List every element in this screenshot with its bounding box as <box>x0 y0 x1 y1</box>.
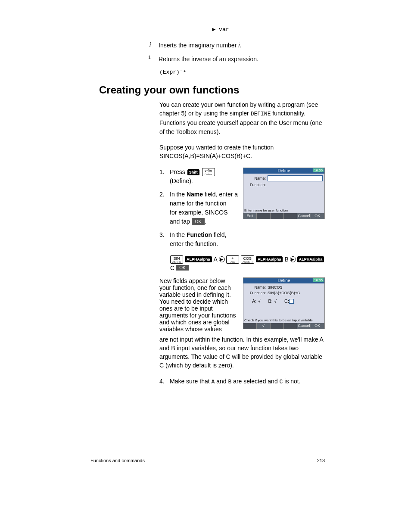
calc1-func-label: Function: <box>245 183 268 187</box>
alpha-key-icon: ALPHAalpha <box>185 256 212 262</box>
step3-a: In the <box>170 231 187 238</box>
calc1-title: Define <box>278 168 290 173</box>
calc2-header: Define 16:05 <box>243 278 324 283</box>
paragraph-1: You can create your own function by writ… <box>159 100 325 136</box>
step4-a: Make sure that <box>170 378 212 385</box>
step4-c: are selected and <box>231 378 279 385</box>
step-1: Press Shift xtθnDefine (Define). <box>159 168 238 186</box>
calc2-time: 16:05 <box>313 278 324 282</box>
step1-a: Press <box>170 168 187 175</box>
calc1-empty-btn <box>271 213 284 219</box>
new-fields-text: New fields appear below your function, o… <box>159 277 237 333</box>
i-text: Inserts the imaginary number i. <box>159 41 325 50</box>
right-arrow-icon: ▶ <box>219 256 225 262</box>
checkbox-empty-icon <box>289 299 294 304</box>
calc2-var-C: C: <box>284 299 294 304</box>
i-row: i Inserts the imaginary number i. <box>90 41 325 50</box>
calc1-cancel-btn: Cancel <box>297 213 311 219</box>
calc2-empty-btn <box>243 323 257 329</box>
section-heading: Creating your own functions <box>99 84 325 96</box>
calc1-empty-btn <box>284 213 297 219</box>
step4-d: is not. <box>283 378 300 385</box>
plus-key-icon: +Ans <box>226 255 239 264</box>
step3-b: Function <box>187 231 212 238</box>
xtthetan-key-icon: xtθnDefine <box>202 168 215 176</box>
paragraph-2: Suppose you wanted to create the functio… <box>159 143 325 161</box>
step-3: In the Function field, enter the functio… <box>159 230 238 249</box>
calc1-footer: Edit Cancel OK <box>243 213 324 219</box>
calc1-name-input <box>268 175 323 181</box>
char-A: A <box>214 256 218 263</box>
calc2-empty-btn <box>284 323 297 329</box>
calc2-func-label: Function: <box>245 291 268 295</box>
calc2-var-B: B: √ <box>268 299 277 304</box>
calc2-check-btn: √ <box>257 323 270 329</box>
calc2-name-label: Name: <box>245 285 268 289</box>
calc2-cancel-btn: Cancel <box>297 323 311 329</box>
char-B: B <box>284 256 288 263</box>
inverse-label: -1 <box>90 55 159 64</box>
calc2-empty-btn <box>271 323 284 329</box>
calc2-var-A: A: √ <box>252 299 261 304</box>
calc1-header: Define 16:06 <box>243 168 324 174</box>
inverse-code: (Expr)⁻¹ <box>159 68 325 75</box>
footer-left: Functions and commands <box>90 458 145 463</box>
calculator-screenshot-2: Define 16:05 Name: SINCOS Function: SIN(… <box>243 277 325 329</box>
calc1-ok-btn: OK <box>311 213 324 219</box>
calc1-edit-btn: Edit <box>243 213 257 219</box>
inverse-row: -1 Returns the inverse of an expression. <box>90 55 325 64</box>
ok-soft-button-icon: OK <box>176 265 189 271</box>
calc2-footer: √ Cancel OK <box>243 323 324 329</box>
alpha-key-icon: ALPHAalpha <box>297 256 324 262</box>
cos-key-icon: COSACOS H <box>241 255 254 264</box>
inverse-text: Returns the inverse of an expression. <box>159 55 325 64</box>
calc2-name-val: SINCOS <box>268 285 323 289</box>
step2-b: Name <box>187 191 203 198</box>
calc1-name-label: Name: <box>245 176 268 180</box>
shift-key-icon: Shift <box>187 169 199 175</box>
calc2-hint: Check if you want this to be an input va… <box>244 318 313 322</box>
i-text-a: Inserts the imaginary number <box>159 42 238 49</box>
calc2-ok-btn: OK <box>311 323 324 329</box>
i-label: i <box>90 41 159 50</box>
calc1-hint: Enter name for user function <box>244 208 288 212</box>
right-arrow-icon: ▶ <box>290 256 296 262</box>
sin-key-icon: SINASIN G <box>170 255 183 264</box>
var-code-line: ▶ var <box>90 26 325 33</box>
new-fields-cont: are not input within the function. In th… <box>159 335 325 370</box>
calc1-time: 16:06 <box>313 168 324 172</box>
calculator-screenshot-1: Define 16:06 Name: Function: Enter name … <box>243 168 325 219</box>
step-4: Make sure that A and B are selected and … <box>159 377 325 386</box>
i-text-c: . <box>240 42 241 49</box>
ok-soft-button-icon: OK <box>192 218 205 225</box>
footer-page-number: 213 <box>317 458 325 463</box>
step1-b: (Define). <box>170 177 193 184</box>
step2-d: . <box>205 218 206 225</box>
p1-code: DEFINE <box>251 111 271 117</box>
calc2-title: Define <box>278 278 290 283</box>
page-footer: Functions and commands 213 <box>90 456 325 463</box>
key-sequence: SINASIN G ALPHAalpha A ▶ +Ans COSACOS H … <box>170 255 325 271</box>
step2-a: In the <box>170 191 187 198</box>
char-C: C <box>170 264 174 271</box>
step-2: In the Name field, enter a name for the … <box>159 190 238 226</box>
calc1-empty-btn <box>257 213 270 219</box>
calc2-func-val: SIN(A)+COS(B)+C <box>268 291 323 295</box>
step4-b: and <box>215 378 228 385</box>
alpha-key-icon: ALPHAalpha <box>256 256 283 262</box>
